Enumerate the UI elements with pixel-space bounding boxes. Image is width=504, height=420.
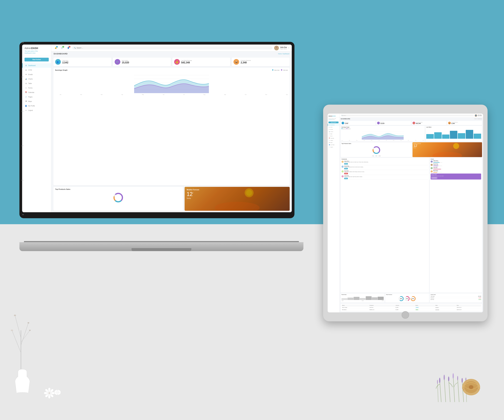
laptop-device: AdminDASH The main action of the Dashboa… [19,42,303,251]
sidebar-item-charts[interactable]: 📊 Charts [22,77,51,81]
tablet-user-area: 👤 John Doe Super Admin [475,114,482,117]
tablet-bezel: AdminDASH The main action of the Dashboa… [323,105,487,321]
sidebar-item-my-profile[interactable]: 👤 My Profile [22,104,51,108]
tablet-mid-row: Top Products Sales [341,142,482,157]
sidebar-item-logout[interactable]: ↩ Logout [22,108,51,113]
svg-line-35 [21,323,28,345]
tablet-stat-earnings: 💰 Last Week Earnings $42,348 [412,121,447,125]
promo-button[interactable]: Learn More [431,177,437,179]
sidebar-item-calendar[interactable]: 📅 Calendar [22,90,51,95]
mini-chart-3-title: Latest Cash [431,294,481,295]
tablet-start-button[interactable]: Start Action [329,121,339,123]
table-header-row: Name Company Amount Status Stars Date [342,305,481,306]
earnings-stat-value: $42,348 [181,61,228,64]
user-menu[interactable]: John Doe Super Admin ▼ [274,46,289,50]
sidebar-item-maps[interactable]: 🗺 Maps [22,99,51,104]
charts-avatar-3 [431,167,433,169]
profile-icon: 👤 [25,105,27,107]
tablet-nav-forms[interactable]: ≡ Forms [328,135,339,137]
mini-donuts: 68% 52% [386,295,428,302]
tablet-nav-profile[interactable]: 👤 My Profile [328,144,339,146]
sidebar-item-pages[interactable]: 📄 Pages [22,95,51,99]
notification-bell-button[interactable]: 🔔 3 [54,46,58,50]
tablet-uikit-icon: ◈ [329,126,330,128]
products-stat-value: 2,348 [241,61,288,64]
tablet-donut-area [342,145,411,156]
page-header: DASHBOARD Home / Dashboard [51,51,292,56]
tablet-device: AdminDASH The main action of the Dashboa… [323,105,487,321]
promo-text: Get 20% off on premium plans today! [431,175,480,176]
cell-date: 2024-01-15 [456,306,481,309]
purple-promo-card: Special Offer Get 20% off on premium pla… [431,174,481,180]
tablet-nav-calendar[interactable]: 📅 Calendar [328,137,339,139]
tablet-nav-uikit[interactable]: ◈ UI Kit [328,126,339,128]
tablet-table-icon: ⊟ [329,133,330,134]
notification-cart-button[interactable]: 🛒 2 [60,46,64,50]
col-company: Company [369,305,395,306]
svg-line-46 [453,377,455,402]
tablet-topbar: 🔍 Search ... 👤 John Doe Super Admin [340,114,483,118]
tablet-nav-emails[interactable]: ✉ Emails [328,128,339,131]
old-user-dot [281,69,282,71]
tablet-nav-dashboard[interactable]: ⊞ Dashboard [328,124,339,126]
x-axis: Jan Feb Mar Apr May Jun Jul Aug Sep Oc [55,94,288,95]
tablet-nav-maps[interactable]: 🗺 Maps [328,142,339,144]
tablet-users-info: Total Users 2,542 [345,122,348,124]
charts-item-1: Adam Ross amet sed augue [431,160,481,163]
charts-bar-4 [433,172,442,173]
logout-icon: ↩ [25,109,27,111]
charts-val-3: pellentesque [433,168,442,168]
laptop-topbar: 🔔 3 🛒 2 👤 1 [51,45,292,51]
calendar-icon: 📅 [25,91,27,93]
tablet-nav-table[interactable]: ⊟ Table [328,133,339,135]
sidebar-item-emails[interactable]: ✉ Emails [22,72,51,77]
tablet-earnings-info: Last Week Earnings $42,348 [416,122,423,124]
orders-stat-value: 15,020 [122,61,169,64]
comment-reply-2[interactable]: Reply [344,168,348,169]
tablet-bar-chart: Last Week [425,126,482,142]
user-info: John Doe Super Admin [280,47,287,49]
sidebar-item-ui-kit[interactable]: ◈ UI Kit [22,68,51,72]
search-bar[interactable]: 🔍 [72,46,272,49]
svg-point-61 [469,385,473,389]
twine-svg [459,375,483,399]
tablet-orders-icon: 🛒 [377,122,380,124]
products-card: Top Products Sales [53,187,183,211]
tablet-nav-charts[interactable]: 📊 Charts [328,131,339,133]
new-user-dot [272,69,273,71]
tablet-nav-logout[interactable]: ↩ Logout [328,146,339,148]
notification-user-button[interactable]: 👤 1 [66,46,70,50]
maps-icon: 🗺 [25,100,27,102]
tablet-dash-icon: ⊞ [329,124,330,126]
comment-delete-3[interactable]: Delete [344,173,348,174]
svg-point-1 [275,48,278,50]
svg-text:52%: 52% [406,298,408,299]
charts-bar-3 [433,169,442,169]
sidebar-item-dashboard[interactable]: ⊞ Dashboard [22,63,51,68]
start-action-button[interactable]: Start Action [24,58,49,61]
tablet-brand: AdminDASH [328,115,339,118]
comment-reply-1[interactable]: Reply [344,163,348,165]
tablet-weather-temp: 12° [414,144,481,147]
search-input[interactable] [77,47,270,49]
users-stat-icon: 👥 [55,59,61,65]
tablet-table-card: Name Company Amount Status Stars Date [341,304,482,312]
dropdown-chevron-icon: ▼ [288,47,289,48]
tablet-weather-content: Weather Forecast 12° Sunny [413,142,482,157]
products-card-title: Top Products Sales [55,188,181,190]
comment-3: Tom Clark Pellentesque habitant morbi tr… [342,170,428,175]
tablet-home-button[interactable] [402,311,409,319]
tablet-page-title: DASHBOARD [341,118,350,120]
col-status: Status [415,305,435,306]
stat-cards-row: 👥 Total Users 2,542 🛒 New Orders [53,58,290,66]
table-icon: ⊟ [25,82,27,84]
sidebar-item-table[interactable]: ⊟ Table [22,81,51,86]
sidebar-nav: ⊞ Dashboard ◈ UI Kit ✉ Emails 📊 [22,63,51,210]
vase-svg [13,366,31,393]
tablet-nav-pages[interactable]: 📄 Pages [328,139,339,142]
tablet-search[interactable]: 🔍 Search ... [341,115,474,116]
bar-6 [466,130,473,139]
topbar-notification-area: 🔔 3 🛒 2 👤 1 [54,46,70,50]
sidebar-item-forms[interactable]: ≡ Forms [22,86,51,90]
comment-reply-4[interactable]: Reply [344,178,348,179]
